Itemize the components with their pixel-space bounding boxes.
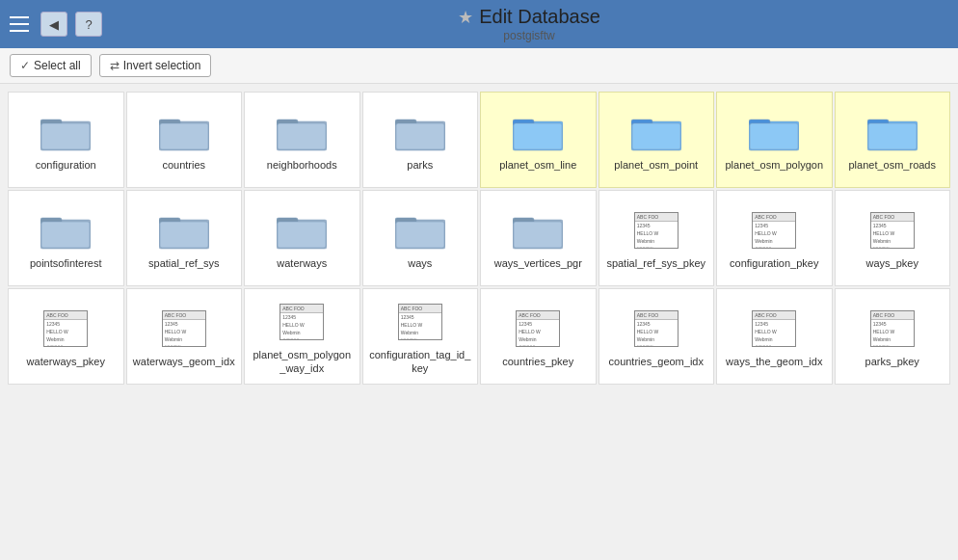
invert-selection-label: Invert selection <box>123 59 201 72</box>
table-icon: ABC FOO 12345 HELLO W Webmin ###### <box>159 308 209 349</box>
item-label: waterways <box>277 256 327 270</box>
hamburger-menu[interactable] <box>10 16 29 32</box>
toolbar: ✓ Select all ⇄ Invert selection <box>0 48 958 84</box>
svg-rect-2 <box>41 123 90 149</box>
item-label: waterways_pkey <box>27 355 105 368</box>
svg-rect-8 <box>278 123 326 149</box>
item-label: planet_osm_polygon <box>725 158 823 172</box>
item-label: planet_osm_roads <box>848 158 936 172</box>
svg-rect-23 <box>868 123 917 149</box>
back-button[interactable]: ◀ <box>40 12 67 37</box>
item-label: planet_osm_polygon_way_idx <box>251 348 354 376</box>
table-icon: ABC FOO 12345 HELLO W Webmin ###### <box>631 210 681 251</box>
grid-item[interactable]: planet_osm_polygon <box>716 92 833 188</box>
grid-item[interactable]: ABC FOO 12345 HELLO W Webmin ###### ways… <box>835 190 951 286</box>
help-button[interactable]: ? <box>75 12 102 37</box>
svg-rect-17 <box>632 123 680 149</box>
grid-area: configuration countries neighborhoods pa… <box>0 84 958 392</box>
svg-rect-5 <box>160 123 208 149</box>
back-icon: ◀ <box>49 17 59 32</box>
item-label: configuration_pkey <box>730 256 818 270</box>
invert-selection-button[interactable]: ⇄ Invert selection <box>99 54 212 77</box>
grid-item[interactable]: ABC FOO 12345 HELLO W Webmin ###### conf… <box>362 288 479 385</box>
grid-item[interactable]: planet_osm_point <box>599 92 715 188</box>
select-all-label: Select all <box>34 59 81 72</box>
grid-item[interactable]: ABC FOO 12345 HELLO W Webmin ###### coun… <box>599 288 715 385</box>
item-label: countries_geom_idx <box>609 355 704 368</box>
grid-item[interactable]: waterways <box>244 190 360 286</box>
grid-item[interactable]: ways_vertices_pgr <box>480 190 597 286</box>
grid-item[interactable]: parks <box>362 92 479 188</box>
item-label: countries_pkey <box>502 355 573 368</box>
grid-item[interactable]: neighborhoods <box>244 92 360 188</box>
table-icon: ABC FOO 12345 HELLO W Webmin ###### <box>395 302 445 342</box>
item-label: neighborhoods <box>267 158 337 172</box>
grid-item[interactable]: ABC FOO 12345 HELLO W Webmin ###### plan… <box>244 288 360 385</box>
grid-item[interactable]: spatial_ref_sys <box>126 190 243 286</box>
svg-rect-26 <box>41 222 90 248</box>
select-all-button[interactable]: ✓ Select all <box>10 54 92 77</box>
table-icon: ABC FOO 12345 HELLO W Webmin ###### <box>40 308 91 349</box>
grid-item[interactable]: ABC FOO 12345 HELLO W Webmin ###### wate… <box>8 288 124 385</box>
grid-item[interactable]: ABC FOO 12345 HELLO W Webmin ###### park… <box>835 288 951 385</box>
item-label: configuration_tag_id_key <box>369 348 472 376</box>
svg-rect-32 <box>278 222 326 248</box>
folder-icon <box>277 210 327 251</box>
table-icon: ABC FOO 12345 HELLO W Webmin ###### <box>867 210 918 251</box>
svg-rect-11 <box>396 123 444 149</box>
db-subtitle: postgisftw <box>110 29 948 42</box>
invert-icon: ⇄ <box>110 59 120 72</box>
folder-icon <box>277 112 327 152</box>
folder-icon <box>513 210 563 251</box>
grid-item[interactable]: ways <box>362 190 479 286</box>
item-label: ways <box>408 256 432 270</box>
table-icon: ABC FOO 12345 HELLO W Webmin ###### <box>749 308 799 349</box>
svg-rect-29 <box>160 222 208 248</box>
table-icon: ABC FOO 12345 HELLO W Webmin ###### <box>749 210 799 251</box>
item-label: spatial_ref_sys_pkey <box>606 256 705 270</box>
item-label: planet_osm_point <box>614 158 698 172</box>
folder-icon <box>40 112 91 152</box>
folder-icon <box>867 112 918 152</box>
grid-item[interactable]: ABC FOO 12345 HELLO W Webmin ###### coun… <box>480 288 597 385</box>
check-icon: ✓ <box>20 59 30 72</box>
help-icon: ? <box>85 17 92 32</box>
table-icon: ABC FOO 12345 HELLO W Webmin ###### <box>631 308 681 349</box>
svg-rect-38 <box>514 222 562 248</box>
grid-item[interactable]: planet_osm_line <box>480 92 597 188</box>
svg-rect-35 <box>396 222 444 248</box>
folder-icon <box>395 112 445 152</box>
top-bar: ◀ ? ★ Edit Database postgisftw <box>0 0 958 48</box>
grid-item[interactable]: pointsofinterest <box>8 190 124 286</box>
item-label: ways_pkey <box>866 256 918 270</box>
folder-icon <box>40 210 91 251</box>
grid-item[interactable]: ABC FOO 12345 HELLO W Webmin ###### spat… <box>599 190 715 286</box>
grid-item[interactable]: planet_osm_roads <box>835 92 951 188</box>
item-label: ways_vertices_pgr <box>494 256 582 270</box>
item-label: parks_pkey <box>865 355 919 368</box>
table-icon: ABC FOO 12345 HELLO W Webmin ###### <box>867 308 918 349</box>
folder-icon <box>749 112 799 152</box>
grid-item[interactable]: ABC FOO 12345 HELLO W Webmin ###### wate… <box>126 288 243 385</box>
star-icon[interactable]: ★ <box>458 7 473 28</box>
item-label: waterways_geom_idx <box>133 355 235 368</box>
svg-rect-20 <box>750 123 798 149</box>
title-area: ★ Edit Database postgisftw <box>110 6 948 42</box>
page-title: Edit Database <box>479 6 600 28</box>
item-label: parks <box>407 158 433 172</box>
item-label: configuration <box>36 158 96 172</box>
item-label: pointsofinterest <box>30 256 102 270</box>
grid-item[interactable]: ABC FOO 12345 HELLO W Webmin ###### conf… <box>716 190 833 286</box>
grid-item[interactable]: countries <box>126 92 243 188</box>
grid-item[interactable]: configuration <box>8 92 124 188</box>
folder-icon <box>159 112 209 152</box>
item-label: planet_osm_line <box>499 158 576 172</box>
item-label: countries <box>162 158 205 172</box>
folder-icon <box>395 210 445 251</box>
item-label: ways_the_geom_idx <box>726 355 822 368</box>
folder-icon <box>159 210 209 251</box>
folder-icon <box>513 112 563 152</box>
grid-item[interactable]: ABC FOO 12345 HELLO W Webmin ###### ways… <box>716 288 833 385</box>
table-icon: ABC FOO 12345 HELLO W Webmin ###### <box>513 308 563 349</box>
svg-rect-14 <box>514 123 562 149</box>
